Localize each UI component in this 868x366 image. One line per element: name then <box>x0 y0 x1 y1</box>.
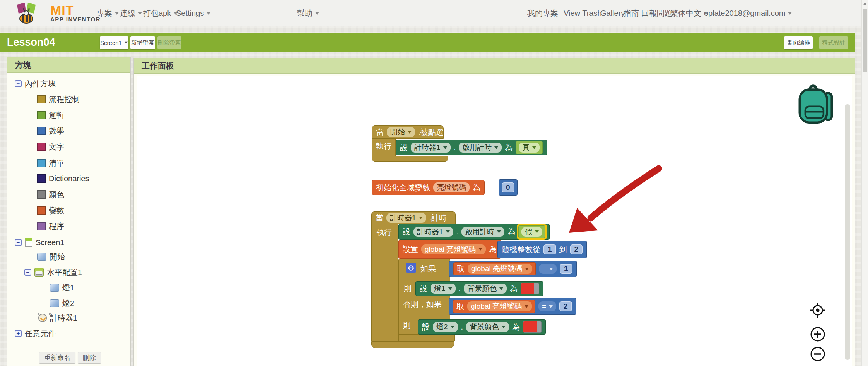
variable-dropdown[interactable]: global 亮燈號碼 <box>421 244 486 254</box>
button-label: 刪除螢幕 <box>158 39 181 46</box>
tree-horizontal-arrangement[interactable]: − 水平配置1 <box>24 267 82 278</box>
menu-connect[interactable]: 連線 <box>120 0 142 26</box>
component-dropdown[interactable]: 計時器1 <box>411 143 451 153</box>
scrollbar-thumb[interactable] <box>863 9 867 72</box>
set-global-variable-block[interactable]: 設置 global 亮燈號碼 為 <box>398 240 501 259</box>
if-else-block-bottom[interactable] <box>398 334 455 341</box>
component-dropdown[interactable]: 開始 <box>387 127 415 137</box>
when-start-do-spine[interactable]: 執行 <box>372 138 396 156</box>
number-field[interactable]: 2 <box>570 244 583 254</box>
tree-screen1[interactable]: − Screen1 <box>15 237 65 248</box>
add-screen-button[interactable]: 新增螢幕 <box>130 36 155 49</box>
menu-account[interactable]: oplate2018@gmail.com <box>704 0 792 26</box>
random-integer-block[interactable]: 隨機整數從 1 到 2 <box>497 241 587 258</box>
expand-icon[interactable]: + <box>15 330 22 337</box>
color-red-block[interactable] <box>523 321 542 333</box>
designer-view-button[interactable]: 畫面編排 <box>784 36 813 49</box>
palette-item-colors[interactable]: 顏色 <box>37 189 64 200</box>
backpack-icon[interactable] <box>795 82 838 125</box>
tree-start-button[interactable]: 開始 <box>37 251 65 262</box>
collapse-icon[interactable]: − <box>24 269 31 276</box>
zoom-out-icon[interactable] <box>811 347 824 361</box>
property-dropdown[interactable]: 背景顏色 <box>466 322 509 332</box>
when-start-bottom[interactable] <box>372 156 448 162</box>
number-zero-block[interactable]: 0 <box>499 179 518 196</box>
compare-equals-block-2[interactable]: 取 global 亮燈號碼 = 2 <box>449 298 576 315</box>
app-inventor-logo[interactable]: MIT APP INVENTOR <box>14 2 101 24</box>
get-global-variable-block[interactable]: 取 global 亮燈號碼 <box>453 300 535 313</box>
operator-dropdown[interactable]: = <box>538 301 556 311</box>
menu-projects[interactable]: 專案 <box>97 0 119 26</box>
rename-button[interactable]: 重新命名 <box>39 352 75 364</box>
tree-any-component[interactable]: + 任意元件 <box>15 328 56 339</box>
menu-language[interactable]: 繁体中文 <box>670 0 708 26</box>
tree-label: Dictionaries <box>49 174 89 183</box>
center-blocks-icon[interactable] <box>810 303 825 318</box>
get-global-variable-block[interactable]: 取 global 亮燈號碼 <box>453 262 536 275</box>
chevron-down-icon <box>494 146 498 149</box>
tree-lamp1[interactable]: 燈1 <box>50 282 74 293</box>
palette-item-lists[interactable]: 清單 <box>37 158 64 168</box>
palette-item-procedures[interactable]: 程序 <box>37 221 64 232</box>
logic-false-block-selected[interactable]: 假 <box>518 225 545 239</box>
set-lamp2-backgroundcolor-block[interactable]: 設 燈2 . 背景顏色 為 <box>418 319 546 335</box>
property-dropdown[interactable]: 背景顏色 <box>464 284 507 294</box>
scroll-up-arrow-icon[interactable] <box>863 2 867 5</box>
number-field[interactable]: 2 <box>559 301 572 311</box>
palette-item-text[interactable]: 文字 <box>37 141 64 152</box>
property-dropdown[interactable]: 啟用計時 <box>461 227 504 237</box>
component-dropdown[interactable]: 燈1 <box>431 284 456 294</box>
menu-help[interactable]: 幫助 <box>297 0 319 26</box>
operator-dropdown[interactable]: = <box>539 264 557 274</box>
link-view-trash[interactable]: View Trash <box>564 0 602 26</box>
mutator-gear-icon[interactable]: ⚙ <box>406 263 416 273</box>
logic-dropdown[interactable]: 真 <box>519 143 540 153</box>
menu-settings[interactable]: Settings <box>176 0 210 26</box>
component-dropdown[interactable]: 計時器1 <box>386 213 426 223</box>
tree-builtin-blocks[interactable]: − 內件方塊 <box>15 78 56 89</box>
palette-item-math[interactable]: 數學 <box>37 125 64 136</box>
dropdown-value: 燈2 <box>436 323 448 331</box>
screen-selector-button[interactable]: Screen1 <box>100 36 128 49</box>
when-timer-bottom[interactable] <box>371 341 454 348</box>
delete-button[interactable]: 刪除 <box>78 352 101 364</box>
logic-dropdown[interactable]: 假 <box>521 227 542 237</box>
variable-dropdown[interactable]: global 亮燈號碼 <box>467 301 532 311</box>
property-dropdown[interactable]: 啟用計時 <box>459 143 502 153</box>
palette-item-logic[interactable]: 邏輯 <box>37 110 64 120</box>
link-my-projects[interactable]: 我的專案 <box>527 0 558 26</box>
page-scrollbar[interactable] <box>861 0 868 366</box>
when-start-click-block[interactable]: 當 開始 .被點選 <box>372 125 444 139</box>
set-timer-enabled-true-block[interactable]: 設 計時器1 . 啟用計時 為 真 <box>396 140 547 155</box>
link-guide[interactable]: 指南 <box>624 0 639 26</box>
set-lamp1-backgroundcolor-block[interactable]: 設 燈1 . 背景顏色 為 <box>415 281 543 296</box>
zoom-in-icon[interactable] <box>811 328 824 341</box>
logo-title: MIT <box>50 4 101 16</box>
variable-dropdown[interactable]: global 亮燈號碼 <box>468 264 532 274</box>
number-field[interactable]: 1 <box>560 264 572 274</box>
number-field[interactable]: 0 <box>502 182 514 192</box>
canvas-vertical-scrollbar[interactable] <box>845 104 850 360</box>
variable-name-field[interactable]: 亮燈號碼 <box>433 182 470 192</box>
when-timer-do-spine[interactable]: 執行 <box>371 224 398 341</box>
menu-build-apk[interactable]: 打包apk <box>143 0 178 26</box>
palette-item-control[interactable]: 流程控制 <box>37 94 80 105</box>
link-gallery[interactable]: Gallery <box>600 0 625 26</box>
component-dropdown[interactable]: 計時器1 <box>413 227 453 237</box>
compare-equals-block-1[interactable]: 取 global 亮燈號碼 = 1 <box>449 261 577 277</box>
palette-item-variables[interactable]: 變數 <box>37 205 64 216</box>
component-dropdown[interactable]: 燈2 <box>433 322 458 332</box>
color-red-block[interactable] <box>521 283 539 294</box>
when-timer-block[interactable]: 當 計時器1 .計時 <box>371 211 456 224</box>
link-report-issue[interactable]: 回報問題 <box>641 0 672 26</box>
init-global-variable-block[interactable]: 初始化全域變數 亮燈號碼 為 <box>372 180 485 195</box>
palette-item-dictionaries[interactable]: Dictionaries <box>37 173 89 184</box>
logic-true-block[interactable]: 真 <box>516 141 543 154</box>
blocks-canvas[interactable]: 當 開始 .被點選 執行 設 計時器1 . 啟用計時 為 <box>137 76 852 366</box>
tree-lamp2[interactable]: 燈2 <box>50 298 74 309</box>
collapse-icon[interactable]: − <box>15 80 22 87</box>
tree-timer[interactable]: 計時器1 <box>38 313 77 323</box>
number-field[interactable]: 1 <box>543 244 556 254</box>
collapse-icon[interactable]: − <box>15 239 22 246</box>
set-timer-enabled-false-block[interactable]: 設 計時器1 . 啟用計時 為 假 <box>398 224 550 240</box>
